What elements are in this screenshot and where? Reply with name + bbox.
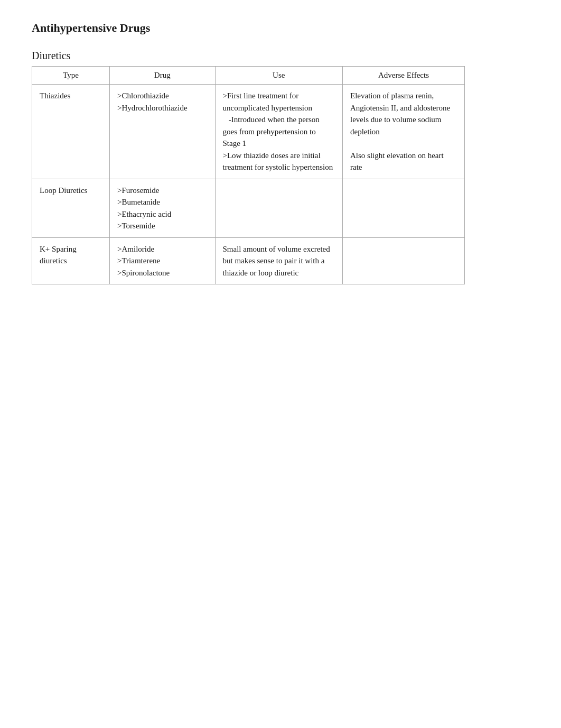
cell-adverse-1 [343, 179, 465, 237]
cell-use-2: Small amount of volume excreted but make… [215, 237, 343, 284]
table-row: Thiazides>Chlorothiazide >Hydrochlorothi… [32, 85, 465, 179]
col-header-drug: Drug [110, 67, 216, 85]
cell-adverse-0: Elevation of plasma renin, Angiotensin I… [343, 85, 465, 179]
col-header-type: Type [32, 67, 110, 85]
cell-drug-1: >Furosemide >Bumetanide >Ethacrynic acid… [110, 179, 216, 237]
cell-drug-2: >Amiloride >Triamterene >Spironolactone [110, 237, 216, 284]
table-header-row: Type Drug Use Adverse Effects [32, 67, 465, 85]
cell-use-1 [215, 179, 343, 237]
cell-use-0: >First line treatment for uncomplicated … [215, 85, 343, 179]
cell-adverse-2 [343, 237, 465, 284]
section-title: Diuretics [32, 50, 529, 62]
page-title: Antihypertensive Drugs [32, 21, 529, 35]
antihypertensive-table: Type Drug Use Adverse Effects Thiazides>… [32, 66, 465, 284]
col-header-adverse: Adverse Effects [343, 67, 465, 85]
table-row: K+ Sparing diuretics>Amiloride >Triamter… [32, 237, 465, 284]
table-row: Loop Diuretics>Furosemide >Bumetanide >E… [32, 179, 465, 237]
cell-drug-0: >Chlorothiazide >Hydrochlorothiazide [110, 85, 216, 179]
col-header-use: Use [215, 67, 343, 85]
cell-type-1: Loop Diuretics [32, 179, 110, 237]
cell-type-2: K+ Sparing diuretics [32, 237, 110, 284]
cell-type-0: Thiazides [32, 85, 110, 179]
